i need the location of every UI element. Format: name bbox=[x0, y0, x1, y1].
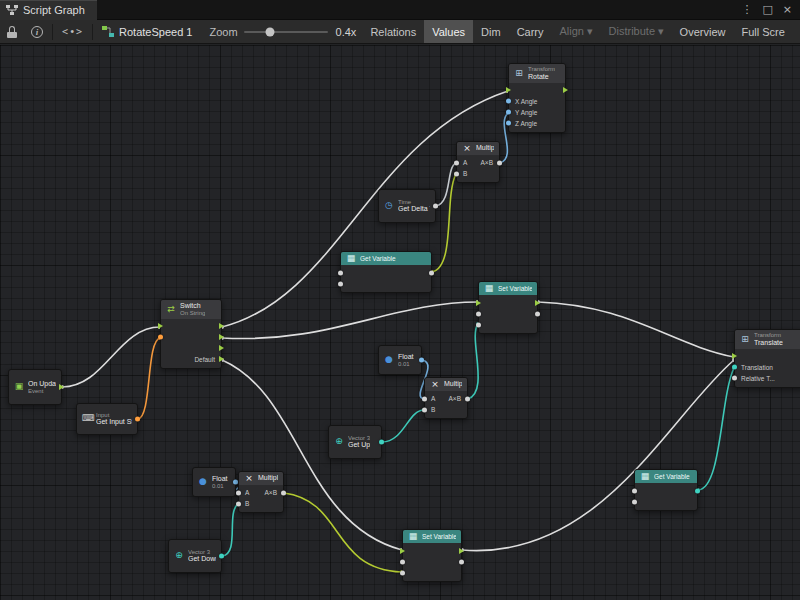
port-flow-right[interactable] bbox=[219, 345, 224, 351]
lock-button[interactable] bbox=[0, 20, 24, 43]
code-toggle-button[interactable]: <∙> bbox=[55, 20, 90, 43]
port-any-left[interactable] bbox=[476, 311, 481, 316]
port-vector3-right[interactable] bbox=[695, 488, 700, 493]
toolbar-button-fullscreen[interactable]: Full Scre bbox=[733, 20, 792, 43]
port-float-left[interactable] bbox=[506, 99, 511, 104]
node-multiply-b[interactable]: ×MultiplyAA×BB bbox=[424, 377, 468, 419]
node-multiply-a[interactable]: ×MultiplyAA×BB bbox=[456, 141, 500, 183]
node-transform-translate[interactable]: ⊞TransformTranslateTranslationRelative T… bbox=[734, 329, 800, 388]
port-float-right[interactable] bbox=[419, 358, 424, 363]
port-flow-left[interactable] bbox=[400, 548, 405, 554]
port-any-right[interactable] bbox=[535, 311, 540, 316]
port-flow-left[interactable] bbox=[158, 323, 163, 329]
node-float-b[interactable]: ●Float0.01 bbox=[192, 467, 236, 497]
wire-get-variable-b-to-translate[interactable] bbox=[698, 368, 734, 490]
maximize-button[interactable]: □ bbox=[762, 4, 772, 15]
node-get-delta-time[interactable]: ◷TimeGet Delta Time bbox=[378, 189, 436, 223]
port-any-left[interactable] bbox=[422, 407, 427, 412]
toolbar-button-values[interactable]: Values bbox=[424, 20, 473, 43]
port-flow-right[interactable] bbox=[535, 300, 540, 306]
port-any-left[interactable] bbox=[454, 171, 459, 176]
tab-script-graph[interactable]: Script Graph bbox=[0, 0, 97, 20]
toolbar-button-overview[interactable]: Overview bbox=[672, 20, 734, 43]
zoom-slider[interactable] bbox=[244, 31, 328, 33]
port-vector3-right[interactable] bbox=[379, 440, 384, 445]
node-body: X AngleY AngleZ Angle bbox=[509, 83, 565, 132]
port-any-right[interactable] bbox=[459, 559, 464, 564]
port-flow-right[interactable] bbox=[59, 384, 64, 390]
toolbar-button-distribute[interactable]: Distribute ▾ bbox=[601, 20, 672, 43]
port-any-left[interactable] bbox=[236, 490, 241, 495]
wire-multiply-b-to-set-variable-a[interactable] bbox=[468, 324, 478, 399]
port-flow-left[interactable] bbox=[476, 300, 481, 306]
node-vector3-get-up[interactable]: ⊕Vector 3Get Up bbox=[328, 425, 382, 459]
port-float-left[interactable] bbox=[506, 121, 511, 126]
node-title: Rotate bbox=[528, 73, 555, 81]
node-get-variable-a[interactable]: ▦Get Variable bbox=[340, 251, 432, 293]
node-body: AA×BB bbox=[239, 485, 283, 512]
node-float-a[interactable]: ●Float0.01 bbox=[378, 345, 422, 375]
toolbar-button-carry[interactable]: Carry bbox=[509, 20, 552, 43]
port-flow-right[interactable] bbox=[219, 323, 224, 329]
port-string-left[interactable] bbox=[158, 335, 163, 340]
node-header: ▦Set Variable bbox=[479, 282, 537, 295]
node-set-variable-a[interactable]: ▦Set Variable bbox=[478, 281, 538, 334]
port-any-left[interactable] bbox=[338, 281, 343, 286]
node-transform-rotate[interactable]: ⊞TransformRotateX AngleY AngleZ Angle bbox=[508, 63, 566, 133]
wire-get-down-to-multiply-c[interactable] bbox=[222, 504, 238, 556]
wire-on-update-to-switch[interactable] bbox=[62, 327, 160, 387]
wire-get-input-string-to-switch[interactable] bbox=[138, 338, 160, 419]
toolbar-button-align[interactable]: Align ▾ bbox=[552, 20, 601, 43]
port-any-left[interactable] bbox=[632, 499, 637, 504]
port-any-left[interactable] bbox=[422, 396, 427, 401]
port-float-left[interactable] bbox=[506, 110, 511, 115]
wire-set-variable-a-to-translate[interactable] bbox=[538, 302, 734, 357]
port-any-right[interactable] bbox=[497, 160, 502, 165]
node-set-variable-b[interactable]: ▦Set Variable bbox=[402, 529, 462, 582]
port-any-left[interactable] bbox=[338, 270, 343, 275]
graph-canvas[interactable]: ▣On UpdateEvent⌨InputGet Input Strin⇄Swi… bbox=[0, 45, 800, 600]
wire-multiply-c-to-set-variable-b[interactable] bbox=[284, 493, 402, 572]
port-any-left[interactable] bbox=[400, 570, 405, 575]
node-get-input-string[interactable]: ⌨InputGet Input Strin bbox=[76, 403, 138, 435]
node-vector3-get-down[interactable]: ⊕Vector 3Get Down bbox=[168, 539, 222, 573]
wire-set-variable-b-to-translate[interactable] bbox=[462, 360, 734, 551]
graph-breadcrumb[interactable]: RotateSpeed 1 bbox=[95, 20, 199, 43]
node-switch-on-string[interactable]: ⇄SwitchOn StringDefault bbox=[160, 299, 222, 369]
port-any-left[interactable] bbox=[400, 559, 405, 564]
node-get-variable-b[interactable]: ▦Get Variable bbox=[634, 469, 698, 511]
port-any-left[interactable] bbox=[632, 488, 637, 493]
zoom-handle[interactable] bbox=[266, 27, 275, 36]
close-button[interactable]: × bbox=[783, 4, 792, 15]
wire-get-variable-a-to-multiply-a[interactable] bbox=[432, 174, 456, 272]
port-any-right[interactable] bbox=[429, 270, 434, 275]
window-menu-button[interactable]: ⋮ bbox=[741, 4, 752, 15]
wire-switch-to-set-variable-a[interactable] bbox=[222, 302, 478, 339]
node-multiply-c[interactable]: ×MultiplyAA×BB bbox=[238, 471, 284, 513]
port-flow-right[interactable] bbox=[219, 356, 224, 362]
port-string-right[interactable] bbox=[135, 417, 140, 422]
port-vector3-left[interactable] bbox=[732, 365, 737, 370]
port-label: A×B bbox=[481, 159, 493, 166]
port-any-right[interactable] bbox=[281, 490, 286, 495]
transform-icon: ⊞ bbox=[514, 69, 524, 78]
port-any-right[interactable] bbox=[433, 204, 438, 209]
port-any-left[interactable] bbox=[476, 322, 481, 327]
port-any-left[interactable] bbox=[454, 160, 459, 165]
port-flow-left[interactable] bbox=[506, 87, 511, 93]
node-header: ●Float0.01 bbox=[379, 351, 421, 370]
toolbar-button-relations[interactable]: Relations bbox=[362, 20, 424, 43]
port-flow-right[interactable] bbox=[219, 334, 224, 340]
toolbar-button-dim[interactable]: Dim bbox=[473, 20, 509, 43]
port-flow-right[interactable] bbox=[459, 548, 464, 554]
port-vector3-right[interactable] bbox=[219, 554, 224, 559]
port-flow-right[interactable] bbox=[563, 87, 568, 93]
node-title: Get Input Strin bbox=[96, 418, 132, 426]
port-any-right[interactable] bbox=[465, 396, 470, 401]
info-button[interactable]: i bbox=[24, 20, 50, 43]
port-any-left[interactable] bbox=[732, 376, 737, 381]
node-on-update-event[interactable]: ▣On UpdateEvent bbox=[8, 369, 62, 405]
port-any-left[interactable] bbox=[236, 501, 241, 506]
wire-get-up-to-multiply-b[interactable] bbox=[382, 410, 424, 442]
port-flow-left[interactable] bbox=[732, 353, 737, 359]
